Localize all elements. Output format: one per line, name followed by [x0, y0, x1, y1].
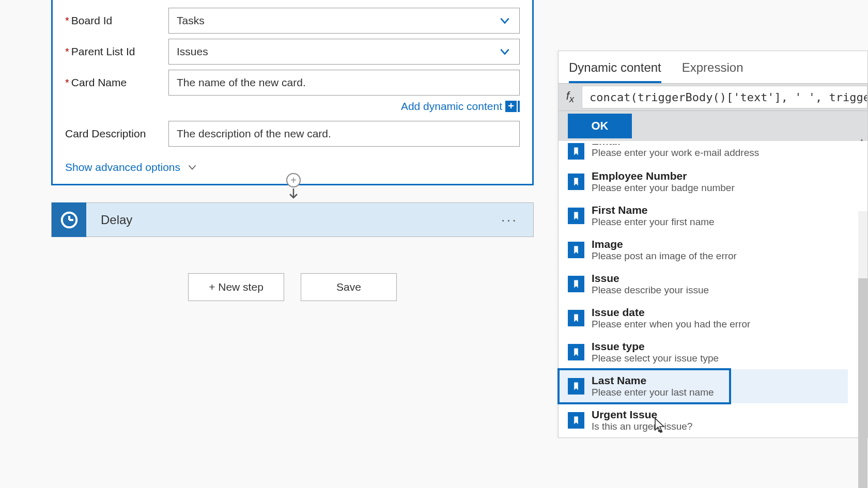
dyn-item-desc: Please select your issue type	[592, 353, 719, 364]
action-buttons-row: + New step Save	[51, 273, 534, 301]
dyn-text: Urgent Issue Is this an urgent issue?	[592, 408, 692, 432]
select-board-id-value: Tasks	[177, 14, 205, 27]
label-board-id: * Board Id	[65, 14, 168, 27]
ok-row: OK	[559, 111, 867, 141]
token-icon	[568, 310, 584, 326]
token-icon	[568, 143, 584, 160]
dyn-item-title: Employee Number	[592, 170, 735, 182]
dyn-item-email[interactable]: Email Please enter your work e-mail addr…	[559, 141, 867, 165]
dyn-item-issue-date[interactable]: Issue date Please enter when you had the…	[559, 301, 867, 335]
row-card-name: * Card Name The name of the new card.	[65, 68, 520, 97]
dyn-text: Issue date Please enter when you had the…	[592, 306, 750, 330]
required-asterisk: *	[65, 15, 69, 27]
fx-bar: fx concat(triggerBody()['text'], ' ', tr…	[559, 83, 867, 111]
label-card-description: Card Description	[65, 128, 168, 140]
dyn-item-desc: Please enter your work e-mail address	[592, 147, 759, 159]
new-step-button[interactable]: + New step	[188, 273, 284, 301]
save-button[interactable]: Save	[301, 273, 397, 301]
token-icon	[568, 174, 584, 190]
dyn-text: First Name Please enter your first name	[592, 204, 715, 228]
dyn-item-desc: Please post an image of the error	[592, 250, 737, 262]
fx-icon: fx	[559, 89, 582, 105]
required-asterisk: *	[65, 77, 69, 89]
input-card-description[interactable]: The description of the new card.	[168, 121, 520, 147]
dyn-tabs: Dynamic content Expression	[559, 51, 867, 83]
delay-action[interactable]: Delay ···	[51, 202, 534, 237]
dynamic-content-panel: Dynamic content Expression ▲ fx concat(t…	[558, 51, 868, 438]
chevron-down-icon	[187, 162, 198, 173]
scrollbar[interactable]	[858, 211, 867, 437]
add-dynamic-row: Add dynamic content +	[65, 97, 520, 115]
dyn-text: Issue Please describe your issue	[592, 272, 709, 296]
token-icon	[568, 344, 584, 360]
dyn-item-title: Issue	[592, 272, 709, 285]
row-board-id: * Board Id Tasks	[65, 6, 520, 35]
chevron-down-icon	[498, 45, 512, 58]
ok-button[interactable]: OK	[568, 114, 632, 138]
dyn-item-desc: Please enter when you had the error	[592, 319, 750, 330]
label-card-description-text: Card Description	[65, 128, 146, 140]
create-card-action: * Board Id Tasks * Parent List Id Issues	[51, 0, 534, 185]
row-card-description: Card Description The description of the …	[65, 119, 520, 148]
label-card-name: * Card Name	[65, 76, 168, 89]
chevron-down-icon	[498, 14, 512, 27]
select-board-id[interactable]: Tasks	[168, 8, 520, 34]
token-icon	[568, 378, 584, 395]
expression-input[interactable]: concat(triggerBody()['text'], ' ', trigg…	[582, 86, 867, 108]
add-dynamic-content-button[interactable]: +	[505, 101, 517, 112]
dyn-text: Image Please post an image of the error	[592, 238, 737, 262]
input-card-name[interactable]: The name of the new card.	[168, 70, 520, 96]
dyn-item-title: First Name	[592, 204, 715, 216]
dyn-item-title: Image	[592, 238, 737, 250]
select-parent-list-id[interactable]: Issues	[168, 39, 520, 65]
dyn-text: Email Please enter your work e-mail addr…	[592, 144, 759, 159]
dyn-item-desc: Please enter your first name	[592, 216, 715, 228]
input-card-name-placeholder: The name of the new card.	[177, 76, 306, 89]
label-card-name-text: Card Name	[71, 76, 127, 89]
dyn-text: Issue type Please select your issue type	[592, 340, 719, 364]
dyn-item-issue[interactable]: Issue Please describe your issue	[559, 267, 867, 301]
tab-expression[interactable]: Expression	[682, 60, 743, 83]
label-parent-list-id-text: Parent List Id	[71, 45, 135, 58]
connector: +	[286, 173, 301, 200]
dyn-item-desc: Please describe your issue	[592, 285, 709, 296]
add-dynamic-content-bar	[518, 101, 520, 112]
input-card-description-placeholder: The description of the new card.	[177, 128, 331, 140]
dyn-item-title: Issue date	[592, 306, 750, 319]
required-asterisk: *	[65, 46, 69, 58]
ellipsis-icon[interactable]: ···	[501, 212, 518, 228]
dyn-item-issue-type[interactable]: Issue type Please select your issue type	[559, 335, 867, 369]
delay-title: Delay	[101, 213, 501, 227]
label-board-id-text: Board Id	[71, 14, 112, 27]
show-advanced-text: Show advanced options	[65, 161, 180, 174]
dyn-item-title: Issue type	[592, 340, 719, 353]
dyn-item-desc: Is this an urgent issue?	[592, 421, 692, 432]
dyn-item-employee-number[interactable]: Employee Number Please enter your badge …	[559, 165, 867, 199]
select-parent-list-id-value: Issues	[177, 45, 208, 58]
dynamic-content-list: Email Please enter your work e-mail addr…	[559, 141, 867, 437]
dyn-item-last-name[interactable]: Last Name Please enter your last name	[559, 369, 730, 403]
dyn-item-image[interactable]: Image Please post an image of the error	[559, 233, 867, 267]
dyn-text: Employee Number Please enter your badge …	[592, 170, 735, 194]
token-icon	[568, 208, 584, 224]
dyn-item-urgent-issue[interactable]: Urgent Issue Is this an urgent issue?	[559, 403, 867, 437]
dyn-item-title: Last Name	[592, 374, 714, 387]
add-dynamic-content-link[interactable]: Add dynamic content	[401, 100, 502, 113]
tab-dynamic-content[interactable]: Dynamic content	[569, 60, 661, 83]
row-parent-list-id: * Parent List Id Issues	[65, 37, 520, 66]
show-advanced-options[interactable]: Show advanced options	[65, 156, 520, 174]
label-parent-list-id: * Parent List Id	[65, 45, 168, 58]
dyn-item-title: Urgent Issue	[592, 408, 692, 421]
scrollbar-thumb[interactable]	[858, 278, 867, 488]
action-body: * Board Id Tasks * Parent List Id Issues	[53, 0, 532, 184]
arrow-down-icon	[287, 187, 300, 200]
clock-icon	[52, 202, 86, 237]
token-icon	[568, 242, 584, 258]
dyn-item-desc: Please enter your badge number	[592, 182, 735, 194]
token-icon	[568, 412, 584, 429]
dyn-item-first-name[interactable]: First Name Please enter your first name	[559, 199, 867, 233]
dyn-text: Last Name Please enter your last name	[592, 374, 714, 398]
dyn-item-desc: Please enter your last name	[592, 387, 714, 398]
token-icon	[568, 276, 584, 292]
add-step-plus-icon[interactable]: +	[286, 173, 301, 187]
